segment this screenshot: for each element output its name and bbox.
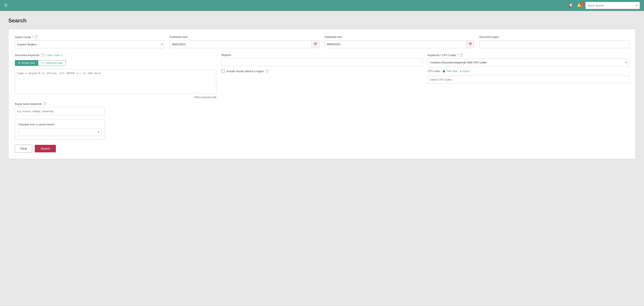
char-count: 5000 characters left <box>15 96 216 99</box>
published-end-input[interactable] <box>324 40 466 48</box>
keywords-cpv-label: Keywords / CPV Codes * ? <box>428 53 629 57</box>
cpv-select-input[interactable] <box>428 76 629 84</box>
published-end-calendar-button[interactable]: 📅 <box>466 40 474 48</box>
topnav-right: 📢 🔔 2 ▾ <box>568 2 640 9</box>
keywords-label-row: Document keywords ? Learn more ↗ <box>15 53 216 57</box>
populate-select-wrapper <box>18 128 101 136</box>
buyer-name-input[interactable] <box>15 107 105 115</box>
published-end-label: Published end <box>324 35 474 38</box>
published-start-calendar-button[interactable]: 📅 <box>312 40 320 48</box>
page-content: Search Search mode * ? Current Tenders P… <box>0 11 644 165</box>
buyer-name-help-icon[interactable]: ? <box>43 102 46 106</box>
button-row: Clear Search <box>15 145 629 152</box>
published-start-group: Published start 📅 <box>170 35 320 48</box>
search-mode-help-icon[interactable]: ? <box>34 35 38 39</box>
buyer-name-label: Buyer name keywords ? <box>15 102 629 106</box>
regions-group: Regions Include results without a region… <box>221 53 423 99</box>
keywords-textarea[interactable] <box>15 69 216 93</box>
topnav: ☰ 📢 🔔 2 ▾ <box>0 0 644 11</box>
simple-view-button[interactable]: 👁 Simple view <box>15 60 38 66</box>
topnav-left: ☰ <box>4 3 8 8</box>
search-mode-select[interactable]: Current Tenders <box>15 40 165 48</box>
search-card: Search mode * ? Current Tenders Publishe… <box>8 29 636 159</box>
page-title: Search <box>8 17 636 24</box>
keywords-cpv-select[interactable]: Contains Document keywords AND CPV codes <box>428 58 629 66</box>
published-end-group: Published end 📅 <box>324 35 474 48</box>
published-end-date-wrapper: 📅 <box>324 40 474 48</box>
search-mode-group: Search mode * ? Current Tenders <box>15 35 165 48</box>
published-start-input[interactable] <box>170 40 312 48</box>
eye-icon: 👁 <box>18 62 20 64</box>
form-row-2: Document keywords ? Learn more ↗ 👁 Simpl… <box>15 53 629 99</box>
keywords-cpv-help-icon[interactable]: ? <box>460 53 463 57</box>
export-link[interactable]: ⬇ Export <box>460 70 470 73</box>
tree-icon: 🌲 <box>442 70 446 73</box>
quick-search-container: ▾ <box>586 2 640 9</box>
regions-label: Regions <box>221 53 423 56</box>
document-types-input[interactable] <box>479 40 629 48</box>
include-no-region-label: Include results without a region <box>226 70 264 73</box>
hamburger-icon[interactable]: ☰ <box>4 3 8 8</box>
megaphone-icon: 📢 <box>568 3 574 8</box>
document-types-group: Document types <box>479 35 629 48</box>
learn-more-link[interactable]: Learn more ↗ <box>46 54 63 57</box>
search-mode-select-wrapper: Current Tenders <box>15 40 165 48</box>
cpv-row-top: CPV codes 🌲 Tree View ⬇ Export <box>428 70 629 73</box>
document-keywords-group: Document keywords ? Learn more ↗ 👁 Simpl… <box>15 53 216 99</box>
bell-wrapper[interactable]: 🔔 2 <box>577 3 582 8</box>
include-no-region-checkbox[interactable] <box>221 70 225 73</box>
document-keywords-label: Document keywords <box>15 54 40 57</box>
view-toggle: 👁 Simple view </> Advanced view <box>15 60 216 66</box>
document-types-label: Document types <box>479 35 629 38</box>
keywords-cpv-group: Keywords / CPV Codes * ? Contains Docume… <box>428 53 629 99</box>
tree-view-link[interactable]: 🌲 Tree View <box>442 70 457 73</box>
populate-label: Populate from a saved search <box>18 123 101 126</box>
search-button[interactable]: Search <box>35 145 56 152</box>
published-start-label: Published start <box>170 35 320 38</box>
cpv-codes-label: CPV codes <box>428 70 440 73</box>
external-link-icon: ↗ <box>61 54 63 57</box>
download-icon: ⬇ <box>460 70 462 73</box>
quick-search-input[interactable] <box>588 4 634 7</box>
published-start-date-wrapper: 📅 <box>170 40 320 48</box>
document-keywords-help-icon[interactable]: ? <box>41 53 44 57</box>
buyer-name-group: Buyer name keywords ? <box>15 102 629 115</box>
clear-button[interactable]: Clear <box>15 145 32 152</box>
advanced-view-button[interactable]: </> Advanced view <box>38 60 66 66</box>
code-icon: </> <box>41 62 44 64</box>
populate-select[interactable] <box>18 128 101 136</box>
include-no-region-help-icon[interactable]: ? <box>266 70 269 73</box>
include-no-region-row: Include results without a region ? <box>221 70 423 73</box>
search-mode-label: Search mode * ? <box>15 35 165 39</box>
chevron-down-icon: ▾ <box>636 4 638 7</box>
form-row-1: Search mode * ? Current Tenders Publishe… <box>15 35 629 48</box>
regions-input[interactable] <box>221 58 423 66</box>
populate-saved-search-box: Populate from a saved search <box>15 119 105 140</box>
bell-badge: 2 <box>580 2 584 6</box>
keywords-cpv-select-wrapper: Contains Document keywords AND CPV codes <box>428 58 629 66</box>
